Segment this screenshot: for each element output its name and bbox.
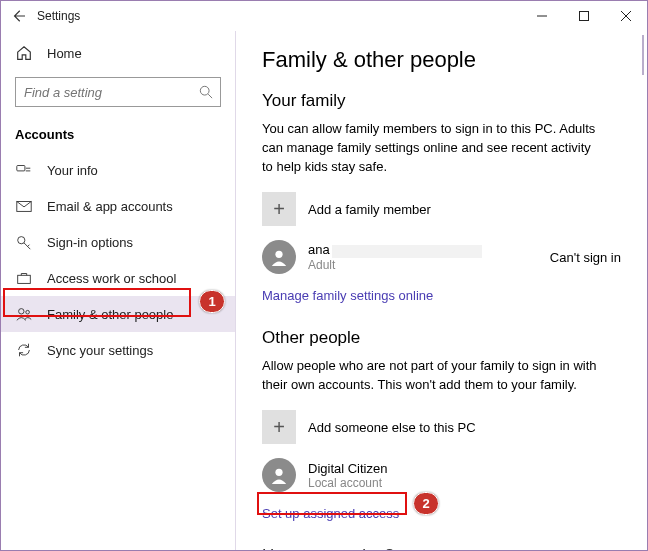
home-nav[interactable]: Home (1, 37, 235, 69)
add-family-member[interactable]: + Add a family member (262, 192, 621, 226)
titlebar: Settings (1, 1, 647, 31)
family-desc: You can allow family members to sign in … (262, 119, 602, 176)
avatar-icon (262, 458, 296, 492)
svg-rect-9 (18, 275, 31, 283)
manage-family-link[interactable]: Manage family settings online (262, 288, 433, 303)
back-button[interactable] (1, 1, 35, 31)
people-icon (15, 305, 33, 323)
arrow-left-icon (11, 9, 25, 23)
page-title: Family & other people (262, 47, 621, 73)
maximize-button[interactable] (563, 1, 605, 31)
search-icon (199, 85, 213, 99)
avatar-icon (262, 240, 296, 274)
plus-icon: + (262, 410, 296, 444)
svg-rect-1 (580, 12, 589, 21)
nav-signin-options[interactable]: Sign-in options (1, 224, 235, 260)
home-icon (15, 44, 33, 62)
family-section-title: Your family (262, 91, 621, 111)
email-icon (15, 197, 33, 215)
annotation-badge-1: 1 (199, 290, 225, 313)
question-heading: Have a question? (262, 546, 621, 550)
key-icon (15, 233, 33, 251)
sync-icon (15, 341, 33, 359)
family-member-row[interactable]: ana Adult Can't sign in (262, 240, 621, 274)
search-input[interactable] (15, 77, 221, 107)
window-title: Settings (37, 9, 80, 23)
svg-point-10 (19, 309, 24, 314)
badge-icon (15, 161, 33, 179)
svg-point-4 (200, 86, 209, 95)
nav-sync-settings[interactable]: Sync your settings (1, 332, 235, 368)
annotation-badge-2: 2 (413, 492, 439, 515)
other-section-title: Other people (262, 328, 621, 348)
svg-point-8 (18, 237, 25, 244)
svg-point-13 (275, 469, 282, 476)
sidebar: Home Accounts Your info Email & app acco… (1, 31, 236, 550)
member-role: Adult (308, 258, 482, 272)
category-header: Accounts (1, 121, 235, 152)
briefcase-icon (15, 269, 33, 287)
other-member-row[interactable]: Digital Citizen Local account (262, 458, 621, 492)
assigned-access-link[interactable]: Set up assigned access (262, 506, 399, 521)
svg-point-12 (275, 251, 282, 258)
plus-icon: + (262, 192, 296, 226)
nav-access-work-school[interactable]: Access work or school (1, 260, 235, 296)
home-label: Home (47, 46, 82, 61)
nav-your-info[interactable]: Your info (1, 152, 235, 188)
svg-point-11 (26, 310, 30, 314)
member-name: ana (308, 242, 482, 257)
member-role: Local account (308, 476, 387, 490)
svg-line-5 (208, 94, 212, 98)
other-desc: Allow people who are not part of your fa… (262, 356, 602, 394)
member-name: Digital Citizen (308, 461, 387, 476)
redacted-text (332, 245, 482, 258)
nav-email-accounts[interactable]: Email & app accounts (1, 188, 235, 224)
minimize-button[interactable] (521, 1, 563, 31)
close-button[interactable] (605, 1, 647, 31)
member-status: Can't sign in (550, 250, 621, 265)
svg-rect-6 (17, 166, 25, 171)
main-panel: Family & other people Your family You ca… (236, 31, 647, 550)
add-other-user[interactable]: + Add someone else to this PC (262, 410, 621, 444)
scrollbar-thumb[interactable] (642, 35, 644, 75)
